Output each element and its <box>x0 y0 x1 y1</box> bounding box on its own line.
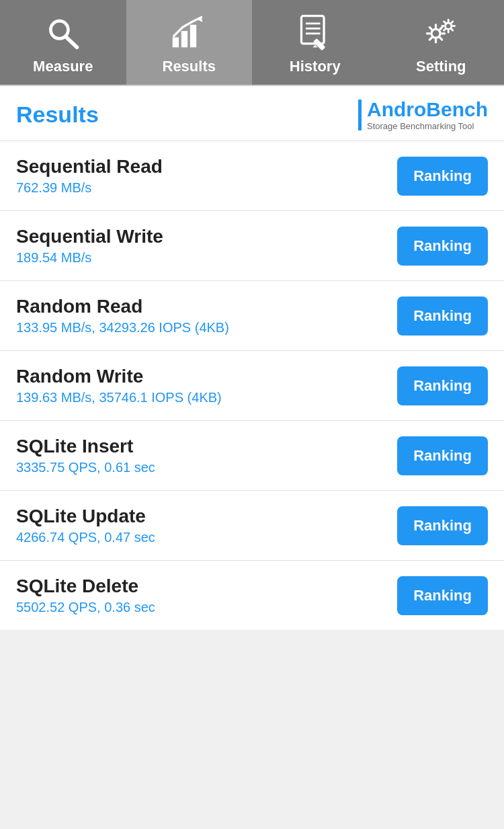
svg-line-19 <box>430 38 432 40</box>
brand-name: AndroBench <box>367 98 488 121</box>
svg-line-1 <box>65 37 77 48</box>
result-row: Sequential Read762.39 MB/sRanking <box>0 141 504 211</box>
result-value: 3335.75 QPS, 0.61 sec <box>16 460 155 475</box>
ranking-button[interactable]: Ranking <box>397 506 488 545</box>
ranking-button[interactable]: Ranking <box>397 297 488 335</box>
svg-line-17 <box>430 28 432 30</box>
svg-line-20 <box>440 28 442 30</box>
result-info: SQLite Insert3335.75 QPS, 0.61 sec <box>16 436 155 475</box>
nav-label-measure: Measure <box>33 58 93 75</box>
result-info: Sequential Read762.39 MB/s <box>16 156 163 196</box>
result-value: 4266.74 QPS, 0.47 sec <box>16 530 155 545</box>
result-list: Sequential Read762.39 MB/sRankingSequent… <box>0 141 504 630</box>
svg-rect-6 <box>301 16 324 44</box>
brand-bar-accent <box>358 100 362 130</box>
svg-line-28 <box>444 29 446 30</box>
result-info: Random Read133.95 MB/s, 34293.26 IOPS (4… <box>16 296 229 335</box>
result-info: Random Write139.63 MB/s, 35746.1 IOPS (4… <box>16 366 222 405</box>
nav-item-results[interactable]: Results <box>126 0 253 85</box>
ranking-button[interactable]: Ranking <box>397 157 488 196</box>
brand-text: AndroBench Storage Benchmarking Tool <box>367 98 488 131</box>
header-section: Results AndroBench Storage Benchmarking … <box>0 86 504 141</box>
svg-line-29 <box>452 22 453 23</box>
result-row: SQLite Delete5502.52 QPS, 0.36 secRankin… <box>0 561 504 630</box>
svg-rect-2 <box>173 37 179 47</box>
svg-rect-3 <box>181 31 187 47</box>
nav-item-setting[interactable]: Setting <box>378 0 505 85</box>
result-info: Sequential Write189.54 MB/s <box>16 226 163 266</box>
svg-line-26 <box>444 22 446 23</box>
brand-subtitle: Storage Benchmarking Tool <box>367 121 474 131</box>
result-row: SQLite Update4266.74 QPS, 0.47 secRankin… <box>0 491 504 561</box>
setting-icon <box>421 12 461 52</box>
result-row: Random Write139.63 MB/s, 35746.1 IOPS (4… <box>0 351 504 421</box>
nav-item-history[interactable]: History <box>252 0 378 85</box>
svg-line-18 <box>440 38 442 40</box>
svg-point-21 <box>446 23 452 29</box>
svg-rect-4 <box>190 25 196 48</box>
history-icon <box>295 12 335 52</box>
result-value: 133.95 MB/s, 34293.26 IOPS (4KB) <box>16 320 229 335</box>
brand-suffix: Bench <box>426 98 488 120</box>
measure-icon <box>43 12 83 52</box>
result-row: Sequential Write189.54 MB/sRanking <box>0 211 504 281</box>
svg-line-27 <box>452 29 453 30</box>
brand-prefix: Andro <box>367 98 426 120</box>
result-name: Random Read <box>16 296 229 317</box>
nav-item-measure[interactable]: Measure <box>0 0 126 85</box>
result-name: SQLite Update <box>16 506 155 527</box>
nav-label-setting: Setting <box>416 58 466 75</box>
ranking-button[interactable]: Ranking <box>397 366 488 405</box>
result-name: Sequential Write <box>16 226 163 247</box>
results-icon <box>169 12 209 52</box>
result-value: 762.39 MB/s <box>16 180 163 196</box>
ranking-button[interactable]: Ranking <box>397 227 488 266</box>
svg-point-12 <box>431 29 440 38</box>
result-row: SQLite Insert3335.75 QPS, 0.61 secRankin… <box>0 421 504 491</box>
result-info: SQLite Update4266.74 QPS, 0.47 sec <box>16 506 155 545</box>
result-value: 139.63 MB/s, 35746.1 IOPS (4KB) <box>16 390 222 405</box>
brand-logo: AndroBench Storage Benchmarking Tool <box>358 98 488 131</box>
result-name: Sequential Read <box>16 156 163 177</box>
ranking-button[interactable]: Ranking <box>397 436 488 475</box>
page-title: Results <box>16 102 99 128</box>
nav-label-results: Results <box>163 58 216 75</box>
nav-bar: Measure Results <box>0 0 504 85</box>
result-value: 189.54 MB/s <box>16 250 163 266</box>
result-info: SQLite Delete5502.52 QPS, 0.36 sec <box>16 576 155 615</box>
nav-label-history: History <box>290 58 341 75</box>
result-name: SQLite Delete <box>16 576 155 597</box>
result-value: 5502.52 QPS, 0.36 sec <box>16 600 155 615</box>
result-row: Random Read133.95 MB/s, 34293.26 IOPS (4… <box>0 281 504 351</box>
result-name: SQLite Insert <box>16 436 155 457</box>
ranking-button[interactable]: Ranking <box>397 576 488 615</box>
result-name: Random Write <box>16 366 222 387</box>
